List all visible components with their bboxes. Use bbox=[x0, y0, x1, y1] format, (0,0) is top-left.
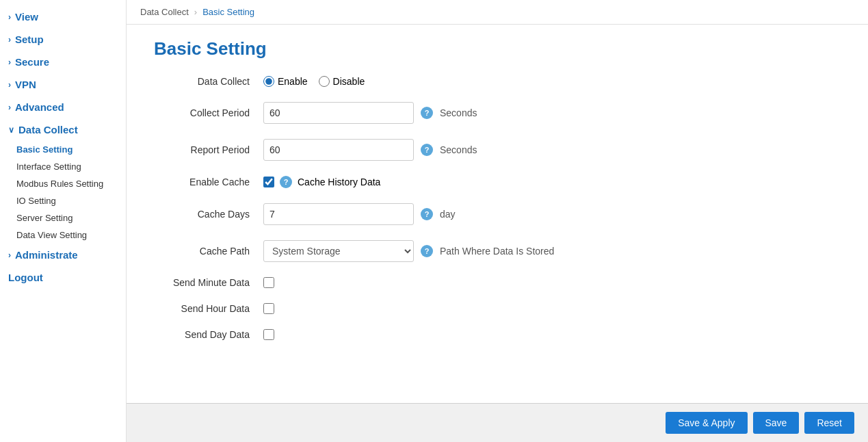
sidebar-subitem-modbus-rules-setting-label: Modbus Rules Setting bbox=[16, 179, 103, 189]
send-day-data-row: Send Day Data bbox=[154, 329, 841, 340]
send-day-data-control bbox=[263, 329, 841, 340]
chevron-right-icon: › bbox=[8, 103, 11, 112]
sidebar-item-setup[interactable]: › Setup bbox=[0, 28, 126, 51]
breadcrumb-separator: › bbox=[194, 7, 197, 17]
enable-cache-info-icon: ? bbox=[280, 176, 292, 188]
send-minute-data-row: Send Minute Data bbox=[154, 277, 841, 288]
disable-radio-option[interactable]: Disable bbox=[319, 76, 365, 87]
sidebar-item-setup-label: Setup bbox=[15, 34, 44, 45]
save-apply-button[interactable]: Save & Apply bbox=[666, 412, 747, 434]
data-collect-label: Data Collect bbox=[154, 76, 263, 87]
report-period-row: Report Period 60 ? Seconds bbox=[154, 139, 841, 161]
cache-path-control: System Storage USB Storage ? Path Where … bbox=[263, 240, 841, 262]
send-hour-data-row: Send Hour Data bbox=[154, 303, 841, 314]
enable-cache-checkbox[interactable] bbox=[263, 177, 274, 187]
sidebar-item-advanced-label: Advanced bbox=[15, 101, 64, 113]
data-collect-radio-group: Enable Disable bbox=[263, 76, 365, 87]
chevron-right-icon: › bbox=[8, 12, 11, 22]
data-collect-row: Data Collect Enable Disable bbox=[154, 76, 841, 87]
send-minute-data-checkbox[interactable] bbox=[263, 277, 274, 288]
send-hour-data-checkbox[interactable] bbox=[263, 303, 274, 314]
collect-period-label: Collect Period bbox=[154, 107, 263, 118]
cache-history-label: Cache History Data bbox=[298, 177, 380, 187]
cache-days-label: Cache Days bbox=[154, 209, 263, 220]
breadcrumb-current: Basic Setting bbox=[202, 7, 254, 17]
save-button[interactable]: Save bbox=[753, 412, 800, 434]
send-day-data-checkbox[interactable] bbox=[263, 329, 274, 340]
sidebar-item-data-collect[interactable]: ∨ Data Collect bbox=[0, 118, 126, 141]
collect-period-input[interactable]: 60 bbox=[263, 102, 414, 124]
report-period-unit: Seconds bbox=[440, 144, 477, 155]
breadcrumb-parent: Data Collect bbox=[140, 7, 189, 17]
send-hour-data-control bbox=[263, 303, 841, 314]
logout-button[interactable]: Logout bbox=[0, 266, 126, 289]
data-collect-control: Enable Disable bbox=[263, 76, 841, 87]
sidebar-subitem-io-setting[interactable]: IO Setting bbox=[0, 192, 126, 209]
form: Data Collect Enable Disable bbox=[154, 76, 841, 340]
disable-radio[interactable] bbox=[319, 76, 330, 87]
footer: Save & Apply Save Reset bbox=[127, 403, 868, 442]
disable-radio-label: Disable bbox=[333, 76, 365, 87]
chevron-right-icon: › bbox=[8, 250, 11, 260]
enable-radio-option[interactable]: Enable bbox=[263, 76, 308, 87]
sidebar-item-view[interactable]: › View bbox=[0, 5, 126, 28]
sidebar-subitem-modbus-rules-setting[interactable]: Modbus Rules Setting bbox=[0, 175, 126, 192]
cache-days-unit: day bbox=[440, 209, 456, 220]
sidebar-item-vpn-label: VPN bbox=[15, 79, 36, 90]
cache-days-info-icon: ? bbox=[421, 208, 433, 220]
cache-path-label: Cache Path bbox=[154, 246, 263, 257]
collect-period-row: Collect Period 60 ? Seconds bbox=[154, 102, 841, 124]
sidebar-item-administrate-label: Administrate bbox=[15, 249, 78, 261]
sidebar-item-administrate[interactable]: › Administrate bbox=[0, 244, 126, 266]
sidebar-subitem-server-setting[interactable]: Server Setting bbox=[0, 209, 126, 226]
sidebar-item-data-collect-label: Data Collect bbox=[18, 124, 78, 135]
collect-period-control: 60 ? Seconds bbox=[263, 102, 841, 124]
logout-label: Logout bbox=[8, 272, 43, 283]
sidebar-subitem-data-view-setting-label: Data View Setting bbox=[16, 230, 87, 240]
send-hour-data-label: Send Hour Data bbox=[154, 303, 263, 314]
enable-radio[interactable] bbox=[263, 76, 274, 87]
cache-days-input[interactable]: 7 bbox=[263, 203, 414, 225]
sidebar-item-advanced[interactable]: › Advanced bbox=[0, 96, 126, 118]
sidebar-item-vpn[interactable]: › VPN bbox=[0, 73, 126, 96]
page-title: Basic Setting bbox=[154, 38, 841, 60]
report-period-info-icon: ? bbox=[421, 144, 433, 156]
main-content: Data Collect › Basic Setting Basic Setti… bbox=[127, 0, 868, 442]
breadcrumb: Data Collect › Basic Setting bbox=[127, 0, 868, 25]
content-area: Basic Setting Data Collect Enable bbox=[127, 25, 868, 403]
collect-period-info-icon: ? bbox=[421, 107, 433, 119]
enable-radio-label: Enable bbox=[278, 76, 308, 87]
sidebar-subitem-data-view-setting[interactable]: Data View Setting bbox=[0, 226, 126, 244]
sidebar-subitem-basic-setting[interactable]: Basic Setting bbox=[0, 141, 126, 158]
collect-period-unit: Seconds bbox=[440, 107, 477, 118]
cache-path-info-icon: ? bbox=[421, 245, 433, 257]
sidebar-subitem-io-setting-label: IO Setting bbox=[16, 196, 56, 206]
enable-cache-label: Enable Cache bbox=[154, 177, 263, 187]
cache-path-hint: Path Where Data Is Stored bbox=[440, 246, 554, 257]
cache-days-row: Cache Days 7 ? day bbox=[154, 203, 841, 225]
sidebar-subitem-server-setting-label: Server Setting bbox=[16, 213, 73, 223]
report-period-label: Report Period bbox=[154, 144, 263, 155]
sidebar-item-secure-label: Secure bbox=[15, 56, 49, 68]
chevron-right-icon: › bbox=[8, 35, 11, 44]
sidebar-subitem-basic-setting-label: Basic Setting bbox=[16, 144, 73, 155]
send-day-data-label: Send Day Data bbox=[154, 329, 263, 340]
chevron-right-icon: › bbox=[8, 57, 11, 67]
sidebar-subitem-interface-setting-label: Interface Setting bbox=[16, 161, 81, 172]
cache-path-select[interactable]: System Storage USB Storage bbox=[263, 240, 414, 262]
chevron-right-icon: › bbox=[8, 80, 11, 90]
cache-days-control: 7 ? day bbox=[263, 203, 841, 225]
sidebar-subitem-interface-setting[interactable]: Interface Setting bbox=[0, 158, 126, 175]
sidebar: › View › Setup › Secure › VPN › Advanced… bbox=[0, 0, 127, 442]
enable-cache-control: ? Cache History Data bbox=[263, 176, 841, 188]
sidebar-item-secure[interactable]: › Secure bbox=[0, 51, 126, 73]
cache-path-row: Cache Path System Storage USB Storage ? … bbox=[154, 240, 841, 262]
sidebar-item-view-label: View bbox=[15, 11, 38, 23]
report-period-input[interactable]: 60 bbox=[263, 139, 414, 161]
reset-button[interactable]: Reset bbox=[804, 412, 854, 434]
chevron-down-icon: ∨ bbox=[8, 125, 14, 135]
send-minute-data-control bbox=[263, 277, 841, 288]
enable-cache-row: Enable Cache ? Cache History Data bbox=[154, 176, 841, 188]
report-period-control: 60 ? Seconds bbox=[263, 139, 841, 161]
send-minute-data-label: Send Minute Data bbox=[154, 277, 263, 288]
